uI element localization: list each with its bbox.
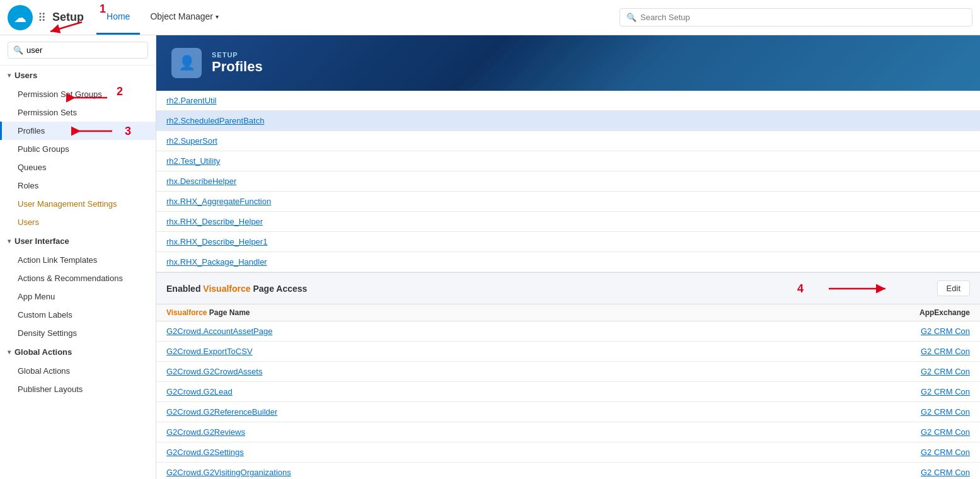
- table-row: rhx.RHX_Package_Handler: [156, 252, 980, 272]
- chevron-down-icon: ▾: [8, 238, 11, 245]
- sidebar-item-public-groups[interactable]: Public Groups: [0, 140, 156, 158]
- section-title: Enabled Visualforce Page Access: [166, 284, 307, 294]
- edit-button[interactable]: Edit: [937, 280, 970, 296]
- section-title-highlight: Visualforce: [203, 284, 250, 294]
- row-cell: rhx.RHX_Describe_Helper: [156, 212, 980, 232]
- vf-appexchange: G2 CRM Con: [650, 342, 980, 362]
- main-layout: 🔍 user 2 ▾ Users Permission Set Groups P…: [0, 35, 980, 479]
- vf-page-link[interactable]: G2Crowd.G2CrowdAssets: [166, 367, 262, 376]
- vf-page-link[interactable]: G2Crowd.G2Lead: [166, 387, 233, 396]
- vf-page-name: G2Crowd.AccountAssetPage: [156, 321, 650, 342]
- vf-appexchange-link[interactable]: G2 CRM Con: [921, 468, 970, 477]
- row-link[interactable]: rhx.RHX_Describe_Helper1: [166, 237, 267, 246]
- sidebar-item-queues[interactable]: Queues: [0, 158, 156, 176]
- vf-page-link[interactable]: G2Crowd.G2Reviews: [166, 427, 245, 437]
- search-setup-input[interactable]: [640, 13, 966, 22]
- vf-appexchange-link[interactable]: G2 CRM Con: [921, 407, 970, 417]
- row-link[interactable]: rhx.RHX_Describe_Helper: [166, 217, 263, 226]
- sidebar-group-users[interactable]: ▾ Users: [0, 66, 156, 85]
- salesforce-logo[interactable]: ☁: [8, 5, 33, 30]
- row-link[interactable]: rh2.ScheduledParentBatch: [166, 116, 264, 125]
- table-row: rhx.RHX_Describe_Helper1: [156, 232, 980, 252]
- tab-home[interactable]: Home: [96, 0, 140, 35]
- sidebar-search-inner[interactable]: 🔍 user: [8, 42, 148, 59]
- sidebar-group-users-label: Users: [14, 71, 37, 80]
- sidebar-group-user-interface-label: User Interface: [14, 236, 69, 246]
- sidebar-item-publisher-layouts[interactable]: Publisher Layouts: [0, 380, 156, 398]
- row-cell: rhx.DescribeHelper: [156, 171, 980, 192]
- row-link[interactable]: rhx.DescribeHelper: [166, 176, 236, 186]
- sidebar-item-action-link-templates[interactable]: Action Link Templates: [0, 251, 156, 269]
- table-row: G2Crowd.G2CrowdAssets G2 CRM Con: [156, 362, 980, 382]
- sidebar-item-actions-recommendations[interactable]: Actions & Recommendations: [0, 269, 156, 287]
- grid-icon[interactable]: ⠿: [38, 11, 46, 25]
- page-header-icon: 👤: [171, 48, 202, 78]
- vf-appexchange-link[interactable]: G2 CRM Con: [921, 326, 970, 336]
- visualforce-section-header: Enabled Visualforce Page Access Edit 4: [156, 272, 980, 304]
- vf-appexchange-link[interactable]: G2 CRM Con: [921, 427, 970, 437]
- col-header-appexchange: AppExchange: [650, 304, 980, 321]
- row-cell: rhx.RHX_Describe_Helper1: [156, 232, 980, 252]
- table-row: rh2.ScheduledParentBatch: [156, 111, 980, 131]
- content-body: rh2.ParentUtilrh2.ScheduledParentBatchrh…: [156, 91, 980, 479]
- sidebar-group-global-actions[interactable]: ▾ Global Actions: [0, 342, 156, 362]
- vf-page-name: G2Crowd.G2CrowdAssets: [156, 362, 650, 382]
- sidebar-item-density-settings[interactable]: Density Settings: [0, 324, 156, 342]
- row-link[interactable]: rh2.SuperSort: [166, 136, 217, 146]
- nav-tabs: Home Object Manager ▾: [96, 0, 229, 35]
- table-row: rhx.DescribeHelper: [156, 171, 980, 192]
- vf-page-link[interactable]: G2Crowd.G2Settings: [166, 447, 244, 457]
- tab-object-manager[interactable]: Object Manager ▾: [140, 0, 229, 35]
- row-link[interactable]: rh2.ParentUtil: [166, 96, 216, 105]
- row-cell: rh2.ScheduledParentBatch: [156, 111, 980, 131]
- row-link[interactable]: rhx.RHX_Package_Handler: [166, 257, 267, 267]
- vf-page-name: G2Crowd.G2Settings: [156, 442, 650, 463]
- row-cell: rhx.RHX_AggregateFunction: [156, 192, 980, 212]
- vf-appexchange-link[interactable]: G2 CRM Con: [921, 387, 970, 396]
- row-cell: rhx.RHX_Package_Handler: [156, 252, 980, 272]
- sidebar-item-permission-sets[interactable]: Permission Sets: [0, 103, 156, 122]
- sidebar-item-permission-set-groups[interactable]: Permission Set Groups: [0, 85, 156, 103]
- setup-title: Setup: [52, 11, 84, 24]
- vf-page-name: G2Crowd.G2Reviews: [156, 422, 650, 442]
- sidebar-item-custom-labels[interactable]: Custom Labels: [0, 306, 156, 324]
- row-cell: rh2.SuperSort: [156, 131, 980, 151]
- row-link[interactable]: rh2.Test_Utility: [166, 156, 220, 166]
- vf-page-link[interactable]: G2Crowd.ExportToCSV: [166, 347, 253, 356]
- sidebar-item-user-management-settings[interactable]: User Management Settings: [0, 195, 156, 213]
- row-link[interactable]: rhx.RHX_AggregateFunction: [166, 197, 271, 206]
- setup-breadcrumb: SETUP: [212, 51, 263, 59]
- sidebar-item-global-actions[interactable]: Global Actions: [0, 362, 156, 380]
- search-icon-sidebar: 🔍: [13, 45, 23, 55]
- vf-page-name: G2Crowd.ExportToCSV: [156, 342, 650, 362]
- vf-page-link[interactable]: G2Crowd.G2VisitingOrganizations: [166, 468, 291, 477]
- sidebar-search-input[interactable]: user: [26, 45, 142, 55]
- vf-appexchange: G2 CRM Con: [650, 382, 980, 402]
- sidebar-group-user-interface[interactable]: ▾ User Interface: [0, 231, 156, 251]
- table-row: G2Crowd.G2Lead G2 CRM Con: [156, 382, 980, 402]
- col-header-pagename: Visualforce Page Name: [156, 304, 650, 321]
- sidebar-item-users[interactable]: Users: [0, 213, 156, 231]
- page-title: Profiles: [212, 59, 263, 75]
- vf-appexchange-link[interactable]: G2 CRM Con: [921, 367, 970, 376]
- sidebar-item-profiles[interactable]: Profiles 3: [0, 122, 156, 140]
- vf-appexchange-link[interactable]: G2 CRM Con: [921, 447, 970, 457]
- arrow-4-svg: [816, 282, 904, 295]
- chevron-down-icon: ▾: [8, 349, 11, 355]
- sidebar-item-app-menu[interactable]: App Menu: [0, 287, 156, 306]
- sidebar-search-container: 🔍 user 2: [0, 35, 156, 66]
- vf-page-link[interactable]: G2Crowd.G2ReferenceBuilder: [166, 407, 277, 417]
- section-title-suffix: Page Access: [251, 284, 308, 294]
- vf-page-link[interactable]: G2Crowd.AccountAssetPage: [166, 326, 272, 336]
- table-row: rhx.RHX_AggregateFunction: [156, 192, 980, 212]
- page-header-text: SETUP Profiles: [212, 51, 263, 75]
- top-navigation: ☁ ⠿ Setup Home Object Manager ▾ 🔍: [0, 0, 980, 35]
- table-row: G2Crowd.AccountAssetPage G2 CRM Con: [156, 321, 980, 342]
- sidebar-item-roles[interactable]: Roles: [0, 176, 156, 195]
- vf-appexchange-link[interactable]: G2 CRM Con: [921, 347, 970, 356]
- vf-page-name: G2Crowd.G2Lead: [156, 382, 650, 402]
- search-setup-box[interactable]: 🔍: [620, 8, 972, 26]
- vf-appexchange: G2 CRM Con: [650, 362, 980, 382]
- table-row: rhx.RHX_Describe_Helper: [156, 212, 980, 232]
- sidebar: 🔍 user 2 ▾ Users Permission Set Groups P…: [0, 35, 156, 479]
